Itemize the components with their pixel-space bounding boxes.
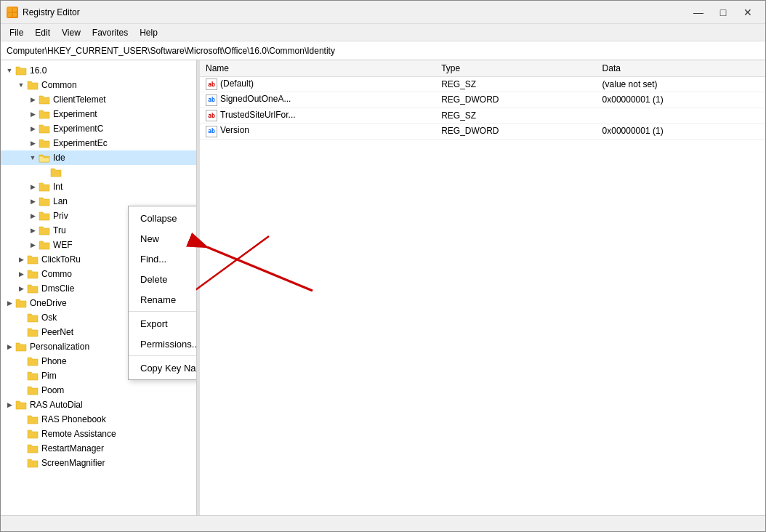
ctx-new-label: New [140,233,197,244]
folder-icon [39,123,50,134]
row-type: REG_DWORD [435,92,596,108]
expand-icon: ▶ [27,108,39,120]
table-row[interactable]: abTrustedSiteUrlFor... REG_SZ [200,108,765,124]
tree-label: Personalization [30,342,89,352]
svg-rect-3 [13,13,17,17]
ctx-rename-label: Rename [140,294,197,305]
ctx-copy-key-name[interactable]: Copy Key Name [129,358,197,378]
tree-item-int[interactable]: ▶ Int [1,180,196,194]
expand-icon: ▶ [15,254,27,265]
folder-icon [27,283,39,294]
folder-icon [39,196,50,207]
menu-help[interactable]: Help [134,26,164,39]
ctx-export[interactable]: Export [129,313,197,334]
menu-edit[interactable]: Edit [29,26,56,39]
row-name: abVersion [200,124,435,140]
minimize-button[interactable]: — [687,2,710,23]
reg-dword-icon: ab [206,126,217,137]
tree-item-restartmanager[interactable]: ▶ RestartManager [1,441,196,456]
ctx-collapse[interactable]: Collapse [129,208,197,228]
menu-file[interactable]: File [4,26,29,39]
ctx-find[interactable]: Find... [129,249,197,269]
expand-icon: ▼ [27,152,39,164]
tree-label: RestartManager [41,443,104,454]
tree-item-clienttelemet[interactable]: ▶ ClientTelemet [1,92,196,107]
tree-item-common[interactable]: ▼ Common [1,78,196,92]
row-name: abTrustedSiteUrlFor... [200,108,435,124]
tree-item-experimentc[interactable]: ▶ ExperimentC [1,121,196,136]
ctx-new[interactable]: New [129,228,197,249]
row-data: 0x00000001 (1) [597,124,765,140]
tree-item-poom[interactable]: ▶ Poom [1,383,196,398]
tree-item-rasphonebook[interactable]: ▶ RAS Phonebook [1,412,196,427]
tree-label: Pim [41,371,57,381]
tree-item-remoteassistance[interactable]: ▶ Remote Assistance [1,427,196,441]
folder-icon [39,181,50,193]
row-type: REG_DWORD [435,124,596,140]
folder-icon [39,94,50,105]
svg-rect-1 [13,8,17,12]
folder-icon [50,166,62,178]
table-row[interactable]: abSignedOutOneA... REG_DWORD 0x00000001 … [200,92,765,108]
ctx-permissions[interactable]: Permissions... [129,334,197,354]
tree-label: Osk [41,313,57,323]
tree-label: OneDrive [30,298,67,308]
folder-icon [15,65,27,76]
folder-icon [39,239,50,251]
ctx-permissions-label: Permissions... [140,339,197,350]
maximize-button[interactable]: □ [711,2,735,23]
ctx-rename[interactable]: Rename [129,289,197,310]
menu-bar: File Edit View Favorites Help [1,24,765,41]
tree-label: 16.0 [30,65,47,76]
tree-item-screenmagnifier[interactable]: ▶ ScreenMagnifier [1,456,196,470]
svg-rect-0 [8,8,12,12]
folder-icon [27,457,39,469]
tree-label: Int [53,182,63,192]
tree-panel[interactable]: ▼ 16.0 ▼ Common ▶ ClientTelem [1,60,197,515]
folder-icon [15,297,27,309]
tree-item-ide[interactable]: ▼ Ide [1,150,196,165]
folder-icon [27,428,39,440]
tree-item-16[interactable]: ▼ 16.0 [1,63,196,78]
expand-icon: ▶ [27,196,39,207]
row-name: abSignedOutOneA... [200,92,435,108]
tree-item-experiment[interactable]: ▶ Experiment [1,107,196,121]
detail-table: Name Type Data ab(Default) REG_SZ (value… [200,60,765,140]
col-data: Data [597,60,765,76]
folder-icon [15,399,27,411]
ctx-delete[interactable]: Delete [129,269,197,289]
folder-icon [39,108,50,120]
tree-item-rasautodial[interactable]: ▶ RAS AutoDial [1,398,196,412]
folder-icon [27,312,39,323]
ctx-find-label: Find... [140,254,197,265]
tree-label: RAS AutoDial [30,400,83,410]
expand-icon: ▶ [27,181,39,193]
table-row[interactable]: abVersion REG_DWORD 0x00000001 (1) [200,124,765,140]
menu-favorites[interactable]: Favorites [86,26,134,39]
main-area: ▼ 16.0 ▼ Common ▶ ClientTelem [1,60,765,515]
folder-icon [27,370,39,382]
tree-label: Phone [41,356,67,366]
folder-icon [39,225,50,236]
folder-icon [27,414,39,425]
row-type: REG_SZ [435,108,596,124]
table-row[interactable]: ab(Default) REG_SZ (value not set) [200,76,765,92]
ctx-export-label: Export [140,318,197,329]
tree-label: Lan [53,196,68,206]
folder-icon [15,341,27,352]
detail-panel: Name Type Data ab(Default) REG_SZ (value… [200,60,765,515]
folder-icon [27,268,39,280]
tree-label: Experiment [53,109,97,119]
close-button[interactable]: ✕ [736,2,759,23]
tree-label: ClickToRu [41,254,81,265]
tree-label: Remote Assistance [41,429,116,439]
tree-item-blank[interactable] [1,165,196,180]
folder-icon [27,384,39,396]
tree-item-experimentec[interactable]: ▶ ExperimentEc [1,136,196,150]
menu-view[interactable]: View [56,26,86,39]
reg-sz-icon: ab [206,78,217,90]
expand-icon: ▶ [4,297,15,309]
status-bar [1,515,765,531]
row-data [597,108,765,124]
app-icon [7,7,18,18]
